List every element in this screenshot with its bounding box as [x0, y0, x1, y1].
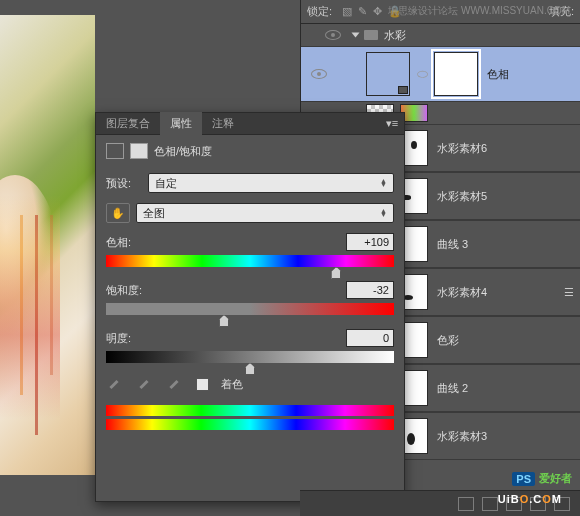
dropdown-icon: ▲▼ [380, 209, 387, 217]
eyedropper-sub-icon[interactable] [166, 375, 184, 393]
hue-value-input[interactable]: +109 [346, 233, 394, 251]
group-name: 水彩 [384, 28, 406, 43]
ps-badge: PS [512, 472, 535, 486]
tab-notes[interactable]: 注释 [202, 112, 244, 135]
expand-icon[interactable] [352, 33, 360, 38]
watermark-text: 填思缘设计论坛 WWW.MISSYUAN.COM [388, 4, 570, 18]
slider-thumb-icon[interactable] [331, 267, 341, 279]
tab-properties[interactable]: 属性 [160, 112, 202, 135]
clip-icon[interactable] [458, 497, 474, 511]
lock-paint-icon[interactable]: ✎ [358, 5, 367, 18]
hue-label: 色相: [106, 235, 131, 250]
bri-value-input[interactable]: 0 [346, 329, 394, 347]
colorize-label: 着色 [221, 377, 243, 392]
properties-title: 色相/饱和度 [154, 144, 212, 159]
layer-name: 水彩素材5 [437, 189, 580, 204]
layer-row-active[interactable]: ⬭ 色相 [301, 46, 580, 102]
tab-layer-comp[interactable]: 图层复合 [96, 112, 160, 135]
properties-header: 色相/饱和度 [96, 135, 404, 167]
canvas-preview [0, 15, 95, 475]
colorize-checkbox[interactable] [196, 378, 209, 391]
adjustment-type-icon [106, 143, 124, 159]
panel-menu-icon[interactable]: ▾≡ [384, 117, 400, 130]
rainbow-bar-top[interactable] [106, 405, 394, 416]
layer-name: 水彩素材6 [437, 141, 580, 156]
bri-slider[interactable] [106, 351, 394, 363]
sat-value-input[interactable]: -32 [346, 281, 394, 299]
filter-badge-icon: ☰ [564, 286, 574, 299]
preset-select[interactable]: 自定 ▲▼ [148, 173, 394, 193]
bri-slider-row: 明度: 0 [106, 329, 394, 363]
lock-pos-icon[interactable]: ✥ [373, 5, 382, 18]
layer-name: 色相 [487, 67, 580, 82]
link-icon[interactable]: ⬭ [417, 66, 428, 82]
eyedropper-add-icon[interactable] [136, 375, 154, 393]
watermark-uibo: UiBO.COM [498, 490, 562, 506]
slider-thumb-icon[interactable] [245, 363, 255, 375]
lock-label: 锁定: [307, 4, 332, 19]
layer-group-row[interactable]: 水彩 [301, 24, 580, 46]
visibility-icon[interactable] [325, 30, 341, 40]
eyedropper-row: 着色 [106, 375, 394, 393]
hue-slider[interactable] [106, 255, 394, 267]
watermark-logo: PS 爱好者 [512, 471, 572, 486]
sat-label: 饱和度: [106, 283, 142, 298]
hand-tool-icon[interactable]: ✋ [106, 203, 130, 223]
panel-tabs: 图层复合 属性 注释 ▾≡ [96, 113, 404, 135]
preset-label: 预设: [106, 176, 142, 191]
hue-slider-row: 色相: +109 [106, 233, 394, 267]
mask-type-icon [130, 143, 148, 159]
properties-panel: 图层复合 属性 注释 ▾≡ 色相/饱和度 预设: 自定 ▲▼ ✋ 全图 ▲▼ 色… [95, 112, 405, 502]
adjustment-thumb[interactable] [366, 52, 410, 96]
sat-slider[interactable] [106, 303, 394, 315]
layer-name: 曲线 2 [437, 381, 580, 396]
range-value: 全图 [143, 206, 165, 221]
rainbow-bar-bottom[interactable] [106, 419, 394, 430]
folder-icon [364, 30, 378, 40]
logo-text: 爱好者 [539, 471, 572, 486]
prev-state-icon[interactable] [482, 497, 498, 511]
color-range-bars [106, 405, 394, 430]
range-select[interactable]: 全图 ▲▼ [136, 203, 394, 223]
visibility-icon[interactable] [311, 69, 327, 79]
smart-badge-icon [398, 86, 408, 94]
sat-slider-row: 饱和度: -32 [106, 281, 394, 315]
mask-thumb[interactable] [434, 52, 478, 96]
preset-value: 自定 [155, 176, 177, 191]
slider-thumb-icon[interactable] [219, 315, 229, 327]
bri-label: 明度: [106, 331, 131, 346]
lock-trans-icon[interactable]: ▧ [342, 5, 352, 18]
eyedropper-icon[interactable] [106, 375, 124, 393]
layer-name: 曲线 3 [437, 237, 580, 252]
layer-name: 水彩素材4 [437, 285, 564, 300]
dropdown-icon: ▲▼ [380, 179, 387, 187]
layer-name: 水彩素材3 [437, 429, 580, 444]
layer-name: 色彩 [437, 333, 580, 348]
